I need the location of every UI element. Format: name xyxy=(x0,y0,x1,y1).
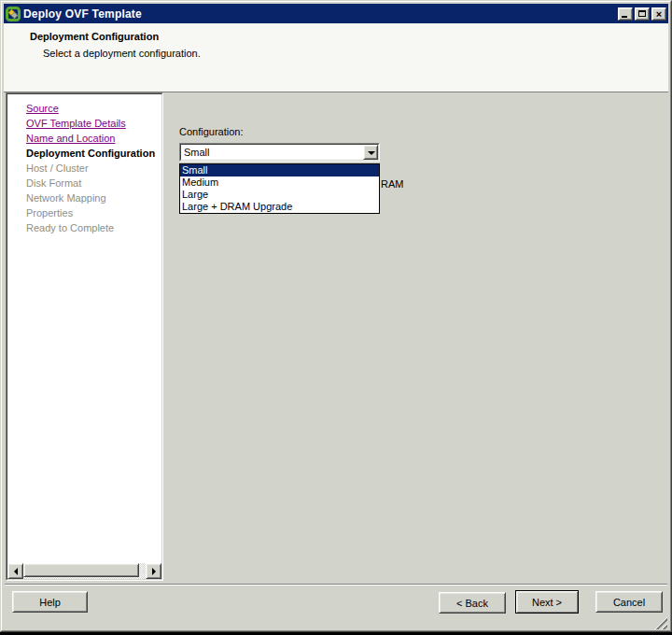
footer: Help < Back Next > Cancel xyxy=(4,586,668,630)
window-controls: × xyxy=(618,7,666,21)
main-panel: Configuration: Small RAM Small Medium La… xyxy=(166,92,668,584)
scrollbar-track[interactable] xyxy=(23,563,146,579)
back-button[interactable]: < Back xyxy=(439,592,506,614)
minimize-button[interactable] xyxy=(618,7,633,21)
obscured-description-text: RAM xyxy=(381,178,403,190)
configuration-dropdown-list: Small Medium Large Large + DRAM Upgrade xyxy=(179,163,380,214)
step-name-and-location[interactable]: Name and Location xyxy=(26,131,161,146)
close-button[interactable]: × xyxy=(651,7,666,21)
wizard-steps-panel: Source OVF Template Details Name and Loc… xyxy=(6,92,163,581)
dropdown-option-medium[interactable]: Medium xyxy=(180,176,379,189)
dialog-frame: Deploy OVF Template × Deployment Configu… xyxy=(1,1,671,631)
scroll-right-button[interactable] xyxy=(146,563,161,579)
sidebar-horizontal-scrollbar[interactable] xyxy=(7,563,161,579)
configuration-label: Configuration: xyxy=(179,126,244,137)
content-area: Source OVF Template Details Name and Loc… xyxy=(4,92,668,584)
wizard-steps-panel-inner: Source OVF Template Details Name and Loc… xyxy=(7,93,162,580)
dropdown-option-small[interactable]: Small xyxy=(180,164,379,176)
step-host-cluster: Host / Cluster xyxy=(26,161,161,176)
arrow-right-icon xyxy=(152,568,156,575)
page-subtitle: Select a deployment configuration. xyxy=(43,48,668,59)
next-button[interactable]: Next > xyxy=(515,590,579,614)
chevron-down-icon xyxy=(368,151,375,155)
configuration-combobox-field[interactable]: Small xyxy=(180,144,379,161)
resize-grip-icon[interactable] xyxy=(654,616,667,629)
dropdown-option-large-dram-upgrade[interactable]: Large + DRAM Upgrade xyxy=(180,201,379,213)
vsphere-app-icon xyxy=(6,7,21,21)
combobox-dropdown-button[interactable] xyxy=(363,145,378,160)
step-deployment-configuration: Deployment Configuration xyxy=(26,146,161,161)
scrollbar-thumb[interactable] xyxy=(23,563,139,577)
step-ready-to-complete: Ready to Complete xyxy=(26,220,161,235)
combobox-value: Small xyxy=(181,147,363,158)
step-network-mapping: Network Mapping xyxy=(26,190,161,205)
dropdown-option-large[interactable]: Large xyxy=(180,189,379,201)
step-disk-format: Disk Format xyxy=(26,176,161,190)
close-icon: × xyxy=(656,9,662,19)
minimize-icon xyxy=(622,16,627,18)
scroll-left-button[interactable] xyxy=(7,563,23,579)
step-ovf-template-details[interactable]: OVF Template Details xyxy=(26,116,161,131)
help-button[interactable]: Help xyxy=(12,591,88,613)
step-properties: Properties xyxy=(26,205,161,220)
wizard-steps-list: Source OVF Template Details Name and Loc… xyxy=(7,94,161,563)
dialog-window: Deploy OVF Template × Deployment Configu… xyxy=(0,0,672,632)
step-source[interactable]: Source xyxy=(26,101,161,116)
maximize-icon xyxy=(638,10,646,17)
configuration-combobox[interactable]: Small xyxy=(179,143,380,162)
wizard-header: Deployment Configuration Select a deploy… xyxy=(4,23,668,92)
titlebar[interactable]: Deploy OVF Template × xyxy=(4,4,668,23)
maximize-button[interactable] xyxy=(635,7,650,21)
cancel-button[interactable]: Cancel xyxy=(595,591,663,613)
window-title: Deploy OVF Template xyxy=(23,7,618,21)
page-title: Deployment Configuration xyxy=(30,31,668,42)
arrow-left-icon xyxy=(14,568,18,575)
